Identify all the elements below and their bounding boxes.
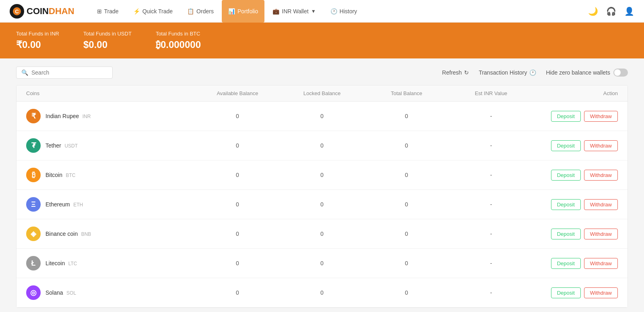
logo-dhan-text: DHAN [49,6,74,16]
transaction-history-button[interactable]: Transaction History 🕐 [479,69,536,76]
summary-inr: Total Funds in INR ₹0.00 [16,31,59,50]
nav-links: ⊞ Trade ⚡ Quick Trade 📋 Orders 📊 Portfol… [91,0,588,23]
total-balance: 0 [364,113,449,119]
nav-quick-trade[interactable]: ⚡ Quick Trade [127,0,179,23]
coin-cell: ₿ Bitcoin BTC [26,168,195,182]
withdraw-button[interactable]: Withdraw [584,199,618,210]
summary-usdt: Total Funds in USDT $0.00 [83,31,132,50]
table-row: ₮ Tether USDT 0 0 0 - Deposit Withdraw [17,131,627,160]
coin-name-container: Ethereum ETH [45,201,83,208]
deposit-button[interactable]: Deposit [551,258,581,269]
table-row: ◈ Binance coin BNB 0 0 0 - Deposit Withd… [17,219,627,249]
locked-balance: 0 [280,113,364,119]
refresh-icon: ↻ [464,69,469,76]
deposit-button[interactable]: Deposit [551,140,581,151]
coin-symbol: SOL [66,290,76,296]
total-balance: 0 [364,142,449,149]
action-cell: Deposit Withdraw [533,111,618,122]
clock-icon: 🕐 [529,69,536,76]
withdraw-button[interactable]: Withdraw [584,287,618,298]
total-balance: 0 [364,289,449,296]
action-cell: Deposit Withdraw [533,287,618,298]
coin-symbol: LTC [68,261,77,266]
est-inr-value: - [449,113,533,119]
coin-avatar: ◈ [26,227,41,241]
toolbar: 🔍 Refresh ↻ Transaction History 🕐 Hide z… [16,67,628,79]
est-inr-value: - [449,142,533,149]
user-icon[interactable]: 👤 [624,6,634,16]
coin-symbol: USDT [64,143,78,149]
logo-coin-text: COIN [27,6,49,16]
coin-name: Litecoin [45,260,65,266]
total-balance: 0 [364,201,449,208]
deposit-button[interactable]: Deposit [551,170,581,181]
nav-history[interactable]: 🕐 History [324,0,364,23]
withdraw-button[interactable]: Withdraw [584,111,618,122]
coin-name: Binance coin [45,231,78,237]
table-row: ₿ Bitcoin BTC 0 0 0 - Deposit Withdraw [17,160,627,190]
coin-name-container: Litecoin LTC [45,260,77,267]
table-header: Coins Available Balance Locked Balance T… [17,85,627,102]
available-balance: 0 [195,113,280,119]
action-cell: Deposit Withdraw [533,170,618,181]
total-balance: 0 [364,260,449,266]
withdraw-button[interactable]: Withdraw [584,229,618,239]
coin-name: Tether [45,142,61,149]
toolbar-right: Refresh ↻ Transaction History 🕐 Hide zer… [442,69,628,77]
total-balance: 0 [364,172,449,178]
nav-trade[interactable]: ⊞ Trade [91,0,125,23]
coin-avatar: ◎ [26,285,41,300]
toggle-knob [614,69,621,76]
hide-zero-toggle-container: Hide zero balance wallets [546,69,628,77]
brand-logo[interactable]: C COINDHAN [10,4,74,19]
col-action: Action [533,90,618,96]
withdraw-button[interactable]: Withdraw [584,170,618,181]
withdraw-button[interactable]: Withdraw [584,140,618,151]
locked-balance: 0 [280,231,364,237]
col-coins: Coins [26,90,195,96]
deposit-button[interactable]: Deposit [551,229,581,239]
available-balance: 0 [195,231,280,237]
coin-name: Bitcoin [45,172,62,178]
total-balance: 0 [364,231,449,237]
deposit-button[interactable]: Deposit [551,111,581,122]
coin-name-container: Tether USDT [45,142,78,149]
coin-cell: ◎ Solana SOL [26,285,195,300]
est-inr-value: - [449,231,533,237]
coin-name: Solana [45,289,63,296]
table-row: ◎ Solana SOL 0 0 0 - Deposit Withdraw [17,278,627,308]
hide-zero-toggle[interactable] [613,69,628,77]
refresh-button[interactable]: Refresh ↻ [442,69,469,76]
portfolio-icon: 📊 [228,8,235,15]
search-input[interactable] [31,69,107,76]
headset-icon[interactable]: 🎧 [606,6,616,16]
summary-btc: Total Funds in BTC ₿0.000000 [156,31,201,50]
dropdown-arrow-icon: ▼ [311,8,316,14]
est-inr-value: - [449,289,533,296]
coin-name-container: Bitcoin BTC [45,171,75,179]
table-row: Ξ Ethereum ETH 0 0 0 - Deposit Withdraw [17,190,627,219]
col-locked: Locked Balance [280,90,364,96]
orders-icon: 📋 [187,8,194,15]
coin-avatar: ₹ [26,109,41,123]
trade-icon: ⊞ [97,8,102,15]
dark-mode-icon[interactable]: 🌙 [588,6,598,16]
locked-balance: 0 [280,201,364,208]
deposit-button[interactable]: Deposit [551,199,581,210]
search-box[interactable]: 🔍 [16,67,113,79]
available-balance: 0 [195,201,280,208]
nav-inr-wallet[interactable]: 💼 INR Wallet ▼ [266,6,322,17]
withdraw-button[interactable]: Withdraw [584,258,618,269]
navbar: C COINDHAN ⊞ Trade ⚡ Quick Trade 📋 Order… [0,0,644,23]
col-available: Available Balance [195,90,280,96]
col-est-inr: Est INR Value [449,90,533,96]
est-inr-value: - [449,201,533,208]
coin-symbol: INR [83,114,91,119]
deposit-button[interactable]: Deposit [551,287,581,298]
coin-symbol: BNB [81,231,91,237]
coin-avatar: Ł [26,256,41,270]
available-balance: 0 [195,142,280,149]
nav-orders[interactable]: 📋 Orders [181,0,220,23]
nav-portfolio[interactable]: 📊 Portfolio [222,0,264,23]
action-cell: Deposit Withdraw [533,229,618,239]
